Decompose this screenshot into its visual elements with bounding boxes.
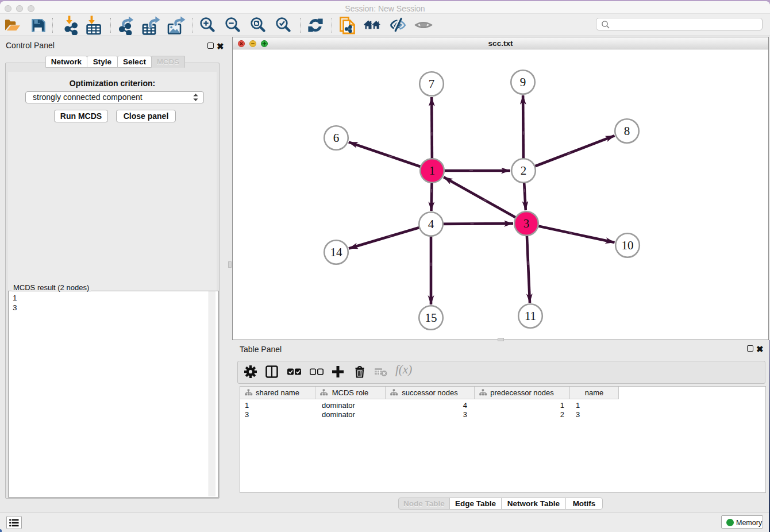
svg-text:15: 15 xyxy=(425,311,437,325)
svg-text:8: 8 xyxy=(624,124,630,138)
svg-text:10: 10 xyxy=(622,238,634,252)
svg-text:3: 3 xyxy=(523,217,530,230)
svg-text:14: 14 xyxy=(330,245,343,259)
svg-text:4: 4 xyxy=(428,217,434,231)
svg-text:1: 1 xyxy=(429,164,436,178)
svg-text:7: 7 xyxy=(429,77,435,91)
svg-text:2: 2 xyxy=(521,164,527,178)
svg-text:11: 11 xyxy=(525,309,536,323)
svg-text:9: 9 xyxy=(520,75,526,89)
svg-text:6: 6 xyxy=(333,131,340,145)
